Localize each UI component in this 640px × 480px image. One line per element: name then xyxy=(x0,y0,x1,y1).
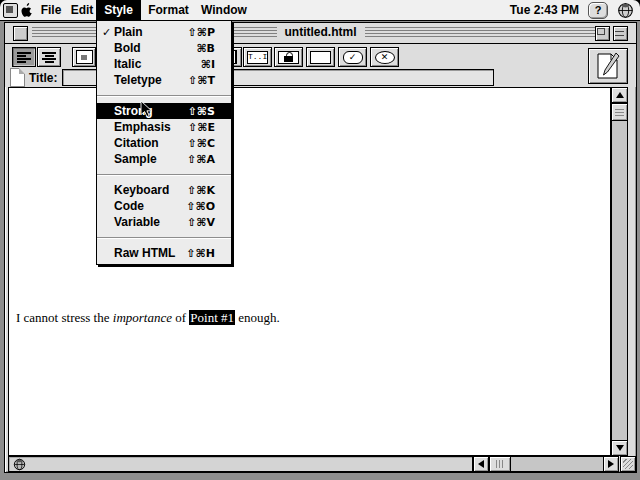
up-arrow-icon xyxy=(616,92,624,98)
checkbox-icon: ✕ xyxy=(375,51,395,64)
apple-menu-icon[interactable] xyxy=(20,2,34,18)
radio-button-icon: ✓ xyxy=(343,51,363,64)
menu-file[interactable]: File xyxy=(36,0,66,20)
horizontal-scroll-thumb[interactable] xyxy=(489,456,511,472)
right-arrow-icon xyxy=(608,460,614,468)
menu-item-sample[interactable]: Sample ⇧⌘A xyxy=(97,151,231,167)
lock-icon xyxy=(278,51,299,64)
checkmark-icon: ✓ xyxy=(97,26,114,39)
insert-password-field-button[interactable] xyxy=(274,47,303,67)
menu-item-italic[interactable]: Italic ⌘I xyxy=(97,56,231,72)
menu-edit[interactable]: Edit xyxy=(68,0,96,20)
app-icon xyxy=(3,3,18,18)
align-center-icon xyxy=(42,52,56,63)
menu-item-plain[interactable]: ✓ Plain ⇧⌘P xyxy=(97,24,231,40)
insert-image-button[interactable] xyxy=(72,47,96,67)
align-left-icon xyxy=(17,52,31,63)
mouse-cursor-icon xyxy=(140,100,156,120)
down-arrow-icon xyxy=(616,445,624,451)
menu-bar-clock: Tue 2:43 PM xyxy=(510,3,579,17)
menu-item-code[interactable]: Code ⇧⌘O xyxy=(97,198,231,214)
horizontal-scrollbar[interactable] xyxy=(473,456,619,472)
menu-item-variable[interactable]: Variable ⇧⌘V xyxy=(97,214,231,230)
status-bar xyxy=(8,456,473,472)
application-menu-icon[interactable] xyxy=(617,2,634,19)
menu-item-emphasis[interactable]: Emphasis ⇧⌘E xyxy=(97,119,231,135)
screen: untitled.html T..I xyxy=(0,0,640,480)
globe-icon xyxy=(13,458,26,471)
style-menu: ✓ Plain ⇧⌘P Bold ⌘B Italic ⌘I Teletype ⇧… xyxy=(96,20,232,265)
menu-item-teletype[interactable]: Teletype ⇧⌘T xyxy=(97,72,231,88)
insert-popup-menu-button[interactable] xyxy=(306,47,335,67)
text-field-icon: T..I xyxy=(247,51,268,64)
menu-item-keyboard[interactable]: Keyboard ⇧⌘K xyxy=(97,182,231,198)
resize-grip[interactable] xyxy=(620,456,636,472)
insert-checkbox-button[interactable]: ✕ xyxy=(370,47,399,67)
insert-radio-button-button[interactable]: ✓ xyxy=(338,47,367,67)
zoom-box-icon[interactable] xyxy=(595,26,610,41)
menu-style[interactable]: Style xyxy=(96,0,141,20)
collapse-box-icon[interactable] xyxy=(613,26,628,41)
menu-separator xyxy=(97,167,231,182)
image-icon xyxy=(76,50,93,64)
window-title: untitled.html xyxy=(277,23,365,42)
scroll-down-button[interactable] xyxy=(611,440,628,456)
menu-window[interactable]: Window xyxy=(196,0,252,20)
menu-item-bold[interactable]: Bold ⌘B xyxy=(97,40,231,56)
scroll-left-button[interactable] xyxy=(473,456,489,472)
menu-item-raw-html[interactable]: Raw HTML ⇧⌘H xyxy=(97,245,231,261)
menu-format[interactable]: Format xyxy=(143,0,194,20)
text-segment: enough. xyxy=(235,310,280,325)
edit-html-source-button[interactable] xyxy=(588,48,628,84)
menu-item-citation[interactable]: Citation ⇧⌘C xyxy=(97,135,231,151)
align-left-button[interactable] xyxy=(12,47,36,67)
document-text-line: I cannot stress the importance of Point … xyxy=(16,310,280,326)
italic-text-segment: importance xyxy=(113,310,172,325)
menu-bar: File Edit Style Format Window Tue 2:43 P… xyxy=(0,0,640,21)
vertical-scroll-thumb[interactable] xyxy=(611,103,628,121)
menu-separator xyxy=(97,230,231,245)
vertical-scrollbar[interactable] xyxy=(611,87,628,456)
popup-menu-icon xyxy=(310,51,331,64)
document-pencil-icon xyxy=(594,51,622,81)
close-box-icon[interactable] xyxy=(13,26,28,41)
insert-text-field-button[interactable]: T..I xyxy=(243,47,272,67)
left-arrow-icon xyxy=(478,460,484,468)
text-segment: of xyxy=(172,310,189,325)
align-center-button[interactable] xyxy=(37,47,61,67)
page-icon xyxy=(10,68,25,87)
menu-separator xyxy=(97,88,231,103)
title-field-label: Title: xyxy=(29,71,57,85)
text-segment: I cannot stress the xyxy=(16,310,113,325)
help-icon[interactable]: ? xyxy=(588,2,608,19)
scroll-up-button[interactable] xyxy=(611,87,628,103)
scroll-right-button[interactable] xyxy=(603,456,619,472)
selected-text: Point #1 xyxy=(189,310,235,325)
menu-item-strong[interactable]: Strong ⇧⌘S xyxy=(97,103,231,119)
